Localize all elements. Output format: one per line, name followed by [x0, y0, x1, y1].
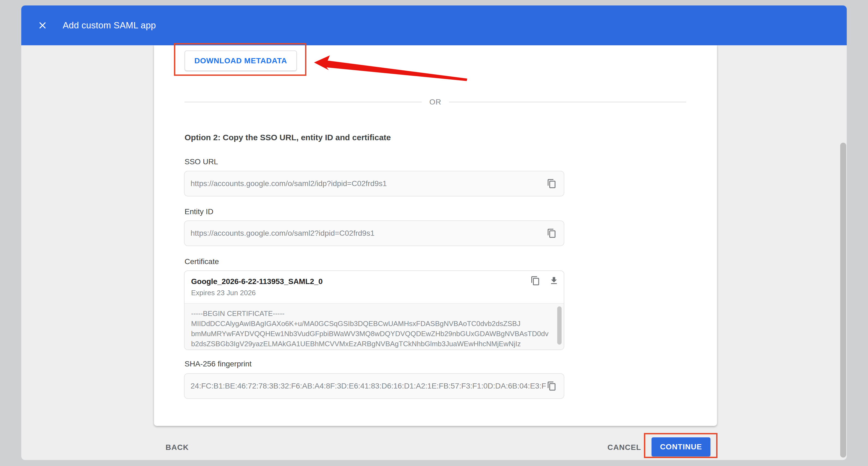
certificate-expiry: Expires 23 Jun 2026: [191, 289, 564, 297]
certificate-name: Google_2026-6-22-113953_SAML2_0: [191, 277, 564, 286]
sha256-label: SHA-256 fingerprint: [185, 359, 252, 368]
cancel-button[interactable]: CANCEL: [606, 441, 643, 454]
certificate-label: Certificate: [185, 257, 219, 266]
certificate-line: -----BEGIN CERTIFICATE-----: [191, 309, 557, 319]
dialog-title: Add custom SAML app: [63, 20, 156, 31]
divider-line-left: [185, 102, 422, 102]
entity-id-value: https://accounts.google.com/o/saml2?idpi…: [185, 229, 546, 238]
sha256-field: 24:FC:B1:BE:46:72:78:3B:32:F6:AB:A4:8F:3…: [184, 373, 564, 399]
sso-url-label: SSO URL: [185, 157, 218, 166]
download-icon[interactable]: [548, 275, 560, 287]
certificate-body[interactable]: -----BEGIN CERTIFICATE----- MIIDdDCCAlyg…: [185, 303, 564, 349]
copy-icon[interactable]: [529, 275, 541, 287]
divider-line-right: [449, 102, 686, 102]
copy-icon[interactable]: [546, 380, 558, 392]
certificate-card: Google_2026-6-22-113953_SAML2_0 Expires …: [184, 270, 564, 350]
certificate-line: b2dsZSBGb3IgV29yazELMAkGA1UEBhMCVVMxEzAR…: [191, 339, 557, 349]
option2-heading: Option 2: Copy the SSO URL, entity ID an…: [185, 133, 391, 142]
copy-icon[interactable]: [546, 227, 558, 239]
sha256-value: 24:FC:B1:BE:46:72:78:3B:32:F6:AB:A4:8F:3…: [185, 382, 546, 390]
certificate-line: MIIDdDCCAlygAwIBAgIGAXo6K+u/MA0GCSqGSIb3…: [191, 319, 557, 329]
certificate-line: bmMuMRYwFAYDVQQHEw1Nb3VudGFpbiBWaWV3MQ8w…: [191, 329, 557, 339]
certificate-actions: [529, 275, 560, 287]
dialog-header: Add custom SAML app: [21, 5, 847, 45]
sso-url-field: https://accounts.google.com/o/saml2/idp?…: [184, 171, 564, 197]
certificate-scrollbar[interactable]: [557, 307, 562, 345]
page-scrollbar[interactable]: [840, 143, 846, 458]
or-label: OR: [422, 98, 449, 107]
download-metadata-button[interactable]: DOWNLOAD METADATA: [185, 51, 297, 71]
back-button[interactable]: BACK: [164, 441, 190, 454]
close-icon[interactable]: [36, 19, 49, 31]
entity-id-field: https://accounts.google.com/o/saml2?idpi…: [184, 221, 564, 246]
continue-button[interactable]: CONTINUE: [652, 437, 710, 457]
entity-id-label: Entity ID: [185, 207, 213, 216]
sso-url-value: https://accounts.google.com/o/saml2/idp?…: [185, 179, 546, 188]
certificate-header: Google_2026-6-22-113953_SAML2_0 Expires …: [185, 271, 564, 303]
copy-icon[interactable]: [546, 178, 558, 190]
or-divider: OR: [185, 97, 686, 107]
